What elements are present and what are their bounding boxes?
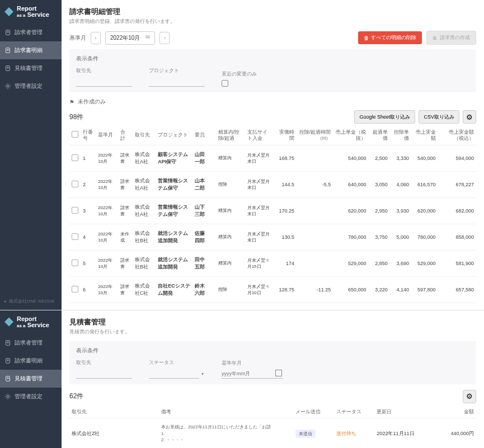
table-settings-button[interactable]: ⚙ — [463, 110, 476, 124]
cell-amt: 616,570 — [411, 171, 438, 197]
cell-project: 営業情報システム保守 — [156, 171, 192, 197]
table-row[interactable]: 42022年10月未作成株式会社B社就活システム追加開発佐藤 四郎精算内月末〆翌… — [69, 224, 476, 250]
brand-logo-icon — [4, 318, 13, 327]
cell-unit: 540,000 — [333, 145, 368, 171]
cell-sum: 請求書 — [118, 197, 133, 224]
col-header: ステータス — [334, 405, 375, 418]
table-row[interactable]: 22022年10月請求書株式会社A社営業情報システム保守山本 二郎控除月末〆翌月… — [69, 171, 476, 197]
filter-project-input[interactable] — [149, 77, 205, 87]
sidebar-footer: ▸ 株式会社ONE WEDGE — [0, 296, 62, 306]
cell-amt: 620,000 — [411, 197, 438, 224]
cell-amt: 529,000 — [411, 250, 438, 276]
cell-project: 顧客システムAPI保守 — [156, 145, 192, 171]
cell-du: 4,140 — [390, 276, 411, 303]
sidebar-item-0[interactable]: 請求者管理 — [0, 334, 62, 352]
cell-hours: 128.75 — [274, 276, 297, 303]
page-subtitle: 請求書明細の登録、請求書の発行を行います。 — [69, 18, 476, 25]
doc-icon — [4, 339, 11, 346]
cell-calc: 控除 — [216, 171, 245, 197]
filter-client-input[interactable] — [76, 77, 132, 87]
row-checkbox[interactable] — [72, 207, 78, 214]
cell-sum: 請求書 — [118, 171, 133, 197]
cell-member: 鈴木 六郎 — [192, 276, 215, 303]
flag-label: 未作成のみ — [78, 98, 106, 106]
cell-amt: 540,000 — [411, 145, 438, 171]
cell-month: 2022年10月 — [96, 250, 118, 276]
cell-calc: 精算内 — [216, 224, 245, 250]
brand[interactable]: Reportas a Service — [0, 310, 62, 334]
cell-project: 就活システム追加開発 — [156, 250, 192, 276]
filter-changed-checkbox[interactable] — [222, 80, 228, 87]
sidebar-item-label: 請求者管理 — [15, 29, 43, 36]
toolbar: 基準月 ‹ 2022年10月 › 🗑すべての明細の削除 🗎請求書の作成 — [69, 31, 476, 45]
col-header: 備考 — [159, 405, 293, 418]
col-header: 取引先 — [133, 126, 156, 145]
row-checkbox[interactable] — [72, 286, 78, 293]
col-header: 支払サイト入金 — [245, 126, 274, 145]
brand-logo-icon — [4, 7, 13, 16]
table-settings-button[interactable]: ⚙ — [463, 390, 476, 403]
table-row[interactable]: 12022年10月請求書株式会社A社顧客システムAPI保守山田 一郎精算内月末〆… — [69, 145, 476, 171]
sidebar-item-1[interactable]: 請求書明細 — [0, 41, 62, 59]
row-checkbox[interactable] — [72, 233, 78, 240]
cell-sum: 未作成 — [118, 224, 133, 250]
table-row[interactable]: 32022年10月請求書株式会社A社営業情報システム保守山下 三郎精算内月末〆翌… — [69, 197, 476, 224]
table-row[interactable]: 52022年10月請求書株式会社B社就活システム追加開発田中 五郎精算内月末〆翌… — [69, 250, 476, 276]
sidebar-item-label: 請求書明細 — [15, 46, 43, 54]
brand[interactable]: Reportas a Service — [0, 0, 62, 23]
filter-base-label: 基準年月 — [222, 360, 283, 367]
filter-status-label: ステータス — [149, 359, 205, 366]
cell-du: 5,000 — [390, 224, 411, 250]
import-csv-button[interactable]: CSV取り込み — [419, 110, 459, 124]
cell-calc: 控除 — [216, 276, 245, 303]
sidebar-item-3[interactable]: 管理者設定 — [0, 388, 62, 405]
cell-du: 3,690 — [390, 250, 411, 276]
table-row[interactable]: 62022年10月請求書株式会社C社自社ECシステム開発鈴木 六郎控除月末〆翌々… — [69, 276, 476, 303]
result-count: 98件 — [69, 112, 83, 122]
cell-sum: 請求書 — [118, 276, 133, 303]
cell-site: 月末〆翌月末日 — [245, 224, 274, 250]
row-checkbox[interactable] — [72, 260, 78, 266]
gear-icon — [4, 393, 11, 400]
company-icon: ▸ — [4, 299, 7, 304]
sidebar-item-1[interactable]: 請求書明細 — [0, 352, 62, 370]
filter-base-date[interactable] — [222, 369, 283, 379]
doc-icon — [4, 65, 11, 72]
row-checkbox[interactable] — [72, 154, 78, 161]
sidebar: Reportas a Service 請求者管理請求書明細見積書管理管理者設定 — [0, 310, 62, 448]
sidebar-item-2[interactable]: 見積書管理 — [0, 370, 62, 388]
col-header: 控除/超過時間（H） — [297, 126, 333, 145]
cell-du: 4,060 — [390, 171, 411, 197]
cell-sum: 請求書 — [118, 145, 133, 171]
sidebar-item-3[interactable]: 管理者設定 — [0, 77, 62, 95]
page-title: 請求書明細管理 — [69, 7, 476, 17]
cell-unit: 650,000 — [333, 276, 368, 303]
cell-client: 株式会社Z社 — [69, 418, 159, 448]
select-all-checkbox[interactable] — [72, 131, 78, 138]
cell-amt: 780,000 — [411, 224, 438, 250]
period-next-button[interactable]: › — [159, 32, 170, 44]
sidebar-item-0[interactable]: 請求者管理 — [0, 23, 62, 41]
period-label: 基準月 — [69, 34, 86, 42]
flag-row[interactable]: ⚑未作成のみ — [69, 98, 476, 106]
period-prev-button[interactable]: ‹ — [91, 32, 101, 44]
period-picker[interactable]: 2022年10月 — [105, 31, 155, 45]
cell-month: 2022年10月 — [96, 145, 118, 171]
cell-no: 1 — [81, 145, 96, 171]
create-invoice-button: 🗎請求書の作成 — [426, 31, 476, 45]
invoice-table-wrap: 行番号基準月合計取引先プロジェクト要員精算内/控除/超過支払サイト入金実働時間控… — [69, 126, 476, 303]
filter-status-select[interactable] — [149, 369, 199, 379]
sidebar-item-2[interactable]: 見積書管理 — [0, 59, 62, 77]
import-gsheet-button[interactable]: Google Sheet取り込み — [354, 110, 415, 124]
cell-hours: 130.5 — [274, 224, 297, 250]
mail-badge[interactable]: 未送信 — [295, 430, 316, 438]
col-header: 売上単金（税抜） — [333, 126, 368, 145]
trash-icon: 🗑 — [364, 35, 369, 41]
filter-client-input[interactable] — [76, 369, 132, 379]
row-checkbox[interactable] — [72, 181, 78, 187]
table-row[interactable]: 株式会社Z社本お見積は、2022年11月11日にいただきました「お請1.2. ・… — [69, 418, 476, 448]
screen-estimate: Reportas a Service 請求者管理請求書明細見積書管理管理者設定 … — [0, 310, 484, 448]
cell-over: -5.5 — [297, 171, 333, 197]
delete-all-button[interactable]: 🗑すべての明細の削除 — [358, 31, 422, 44]
col-header: 更新日 — [374, 405, 432, 418]
